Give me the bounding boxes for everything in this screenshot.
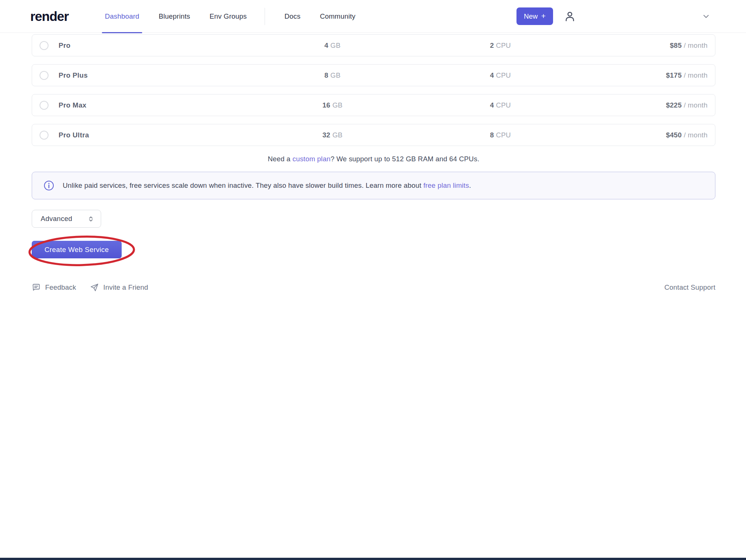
nav-right: New + — [516, 7, 746, 25]
invite-label: Invite a Friend — [103, 283, 148, 292]
plan-ram: 4 GB — [263, 41, 402, 50]
plan-cpu: 8 CPU — [402, 131, 599, 139]
plan-cpu: 4 CPU — [402, 71, 599, 80]
plan-cpu: 2 CPU — [402, 41, 599, 50]
plan-radio[interactable] — [40, 71, 49, 80]
render-logo[interactable]: render — [30, 9, 69, 24]
plan-name: Pro Plus — [59, 71, 88, 80]
plan-price: $450 / month — [599, 131, 715, 139]
send-icon — [90, 283, 99, 292]
plan-row-pro-ultra[interactable]: Pro Ultra 32 GB 8 CPU $450 / month — [32, 124, 715, 146]
invite-friend-link[interactable]: Invite a Friend — [90, 283, 148, 292]
custom-plan-link[interactable]: custom plan — [293, 155, 331, 163]
plan-price: $85 / month — [599, 41, 715, 50]
plan-list: Pro 4 GB 2 CPU $85 / month Pro Plus 8 — [32, 33, 715, 146]
nav-divider — [265, 8, 265, 25]
user-account-icon[interactable] — [563, 10, 577, 23]
create-web-service-button[interactable]: Create Web Service — [32, 241, 122, 258]
nav-item-community[interactable]: Community — [320, 0, 355, 33]
plan-cpu: 4 CPU — [402, 101, 599, 109]
plan-radio[interactable] — [40, 101, 49, 110]
feedback-link[interactable]: Feedback — [32, 283, 76, 292]
page-footer: Feedback Invite a Friend Contact Support — [32, 283, 715, 292]
plan-name: Pro Max — [59, 101, 87, 109]
plan-row-pro[interactable]: Pro 4 GB 2 CPU $85 / month — [32, 34, 715, 56]
nav-item-dashboard[interactable]: Dashboard — [105, 0, 139, 33]
new-button-label: New — [524, 12, 538, 21]
plan-ram: 16 GB — [263, 101, 402, 109]
main-content: Pro 4 GB 2 CPU $85 / month Pro Plus 8 — [0, 33, 746, 292]
create-button-area: Create Web Service — [32, 236, 151, 263]
contact-support-link[interactable]: Contact Support — [664, 283, 715, 292]
plan-name-cell: Pro — [32, 41, 263, 50]
plan-price: $175 / month — [599, 71, 715, 80]
plan-name-cell: Pro Max — [32, 101, 263, 110]
nav-item-docs[interactable]: Docs — [284, 0, 300, 33]
custom-plan-suffix: ? We support up to 512 GB RAM and 64 CPU… — [331, 155, 480, 163]
custom-plan-prefix: Need a — [268, 155, 293, 163]
unfold-more-icon — [87, 215, 94, 223]
top-nav: render Dashboard Blueprints Env Groups D… — [0, 0, 746, 33]
plus-icon: + — [541, 12, 546, 21]
info-icon — [44, 180, 54, 191]
plan-ram: 8 GB — [263, 71, 402, 80]
plan-radio[interactable] — [40, 41, 49, 50]
nav-item-env-groups[interactable]: Env Groups — [210, 0, 247, 33]
plan-name-cell: Pro Ultra — [32, 131, 263, 140]
chevron-down-icon[interactable] — [702, 12, 711, 21]
advanced-label: Advanced — [41, 215, 72, 223]
feedback-chat-icon — [32, 283, 41, 292]
plan-row-pro-plus[interactable]: Pro Plus 8 GB 4 CPU $175 / month — [32, 64, 715, 86]
plan-price: $225 / month — [599, 101, 715, 109]
custom-plan-line: Need a custom plan? We support up to 512… — [32, 155, 715, 163]
plan-ram: 32 GB — [263, 131, 402, 139]
plan-name-cell: Pro Plus — [32, 71, 263, 80]
free-plan-limits-link[interactable]: free plan limits — [423, 181, 469, 189]
plan-row-pro-max[interactable]: Pro Max 16 GB 4 CPU $225 / month — [32, 94, 715, 116]
plan-name: Pro Ultra — [59, 131, 89, 139]
new-button[interactable]: New + — [516, 7, 553, 25]
nav-item-blueprints[interactable]: Blueprints — [159, 0, 190, 33]
plan-name: Pro — [59, 41, 71, 50]
plan-radio[interactable] — [40, 131, 49, 140]
notice-text: Unlike paid services, free services scal… — [63, 181, 471, 190]
bottom-edge-bar — [0, 558, 746, 560]
advanced-toggle-button[interactable]: Advanced — [32, 210, 101, 228]
feedback-label: Feedback — [45, 283, 76, 292]
free-plan-notice: Unlike paid services, free services scal… — [32, 172, 715, 199]
